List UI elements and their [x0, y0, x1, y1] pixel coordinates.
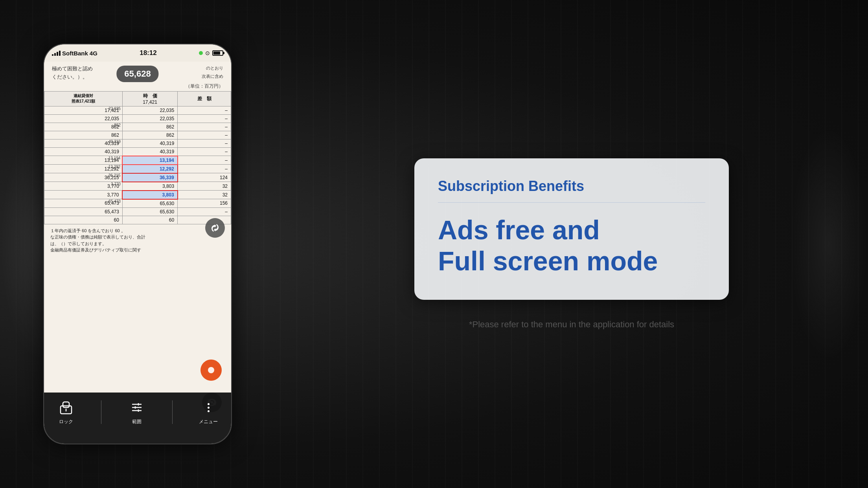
table-row: 40,319 40,319 40,319 –: [44, 139, 231, 147]
table-row: 65,473 65,473 65,630 156: [44, 199, 231, 208]
toolbar-menu-label: メニュー: [199, 418, 218, 425]
dot-3: [208, 410, 210, 412]
table-row: 3,770 3,770 3,803 32: [44, 182, 231, 191]
table-cell: 60: [122, 216, 177, 224]
card-main-line2: Full screen mode: [438, 246, 705, 276]
table-cell: 32: [178, 191, 231, 199]
table-cell: –: [178, 131, 231, 139]
table-cell: 862: [44, 131, 123, 139]
camera-icon: ⊙: [205, 50, 210, 56]
card-main-line1: Ads free and: [438, 215, 705, 245]
doc-header-line3: のとおり: [206, 65, 223, 73]
table-cell: –: [178, 207, 231, 216]
battery-fill: [213, 51, 220, 55]
signal-bar-3: [57, 52, 58, 56]
disclaimer-text: *Please refer to the menu in the applica…: [469, 319, 674, 330]
table-cell: 3,770: [44, 191, 123, 199]
table-cell: 156: [178, 199, 231, 208]
power-button[interactable]: [231, 123, 232, 162]
footnote-1: １年内の返済予 60 を含んでおり 60 。: [50, 227, 225, 234]
table-cell: 65,473: [44, 207, 123, 216]
table-cell: –: [178, 123, 231, 131]
table-cell: 65,473 65,473: [44, 199, 123, 208]
footnote-3: は、（）で示しております。: [50, 240, 225, 247]
card-title: Subscription Benefits: [438, 178, 705, 203]
table-row: 862 862 862 –: [44, 123, 231, 131]
three-dots: [208, 403, 210, 412]
table-cell: 40,319: [122, 147, 177, 156]
toolbar-divider-2: [172, 400, 173, 424]
table-cell: 862 862: [44, 123, 123, 131]
table-cell: –: [178, 139, 231, 147]
table-cell: 65,630: [122, 207, 177, 216]
table-row: 40,319 40,319 –: [44, 147, 231, 156]
table-cell: 32: [178, 182, 231, 191]
table-row: 3,770 3,803 32: [44, 191, 231, 199]
battery-area: ⊙: [199, 50, 223, 56]
financial-table: 連結貸借対照表17,421額 時 価17,421 差 額 22,035 17,4…: [44, 91, 231, 224]
status-time: 18:12: [140, 49, 156, 57]
toolbar-range[interactable]: 範囲: [128, 399, 145, 425]
carrier-name: SoftBank: [62, 50, 88, 57]
table-cell: –: [178, 114, 231, 123]
table-cell: 862: [122, 131, 177, 139]
table-row: 60 60: [44, 216, 231, 224]
toolbar-divider-1: [101, 400, 101, 424]
rotate-button[interactable]: [205, 218, 225, 238]
doc-header-line2: ください。）。: [52, 73, 88, 81]
footnote-4: 金融商品有価証券及びデリバティブ取引に関す: [50, 247, 225, 253]
table-cell: 22,035: [122, 106, 177, 114]
table-cell: –: [178, 106, 231, 114]
table-cell: 862: [122, 123, 177, 131]
toolbar-lock[interactable]: ロック: [57, 399, 75, 425]
status-bar: SoftBank 4G 18:12 ⊙: [44, 44, 231, 62]
table-cell: –: [178, 165, 231, 173]
toolbar-menu[interactable]: メニュー: [199, 399, 218, 425]
signal-bar-4: [59, 51, 61, 56]
table-header-col2: 時 価17,421: [122, 91, 177, 106]
highlighted-cell-3803: 3,803: [122, 191, 177, 199]
signal-bar-2: [54, 53, 56, 56]
subscription-card: Subscription Benefits Ads free and Full …: [414, 158, 729, 299]
table-cell: 65,630: [122, 199, 177, 208]
table-row: 36,215 36,215 36,339 124: [44, 173, 231, 182]
right-panel: Subscription Benefits Ads free and Full …: [275, 0, 868, 488]
table-cell: 124: [178, 173, 231, 182]
phone-screen: SoftBank 4G 18:12 ⊙ 65,628: [44, 44, 231, 444]
table-row: 12,292 12,292 12,292 –: [44, 165, 231, 173]
table-row: 65,473 65,630 –: [44, 207, 231, 216]
dot-2: [208, 407, 210, 409]
green-dot-icon: [199, 51, 203, 55]
table-header-col1: 連結貸借対照表17,421額: [44, 91, 123, 106]
highlighted-cell-12292: 12,292: [122, 165, 177, 173]
range-icon: [128, 399, 145, 416]
table-cell: –: [178, 156, 231, 165]
unit-label: （単位：百万円）: [44, 83, 231, 90]
phone-section: SoftBank 4G 18:12 ⊙ 65,628: [0, 0, 275, 488]
battery-icon: [212, 50, 223, 56]
highlighted-cell-36339: 36,339: [122, 173, 177, 182]
card-main-text: Ads free and Full screen mode: [438, 215, 705, 276]
table-cell: 40,319 40,319: [44, 139, 123, 147]
phone-frame: SoftBank 4G 18:12 ⊙ 65,628: [43, 44, 232, 444]
document-area: 極めて困難と認め のとおり ください。）。 次表に含め （単位：百万円） 連結貸…: [44, 62, 231, 393]
footnotes: １年内の返済予 60 を含んでおり 60 。 な正味の債権・債務は純額で表示して…: [44, 224, 231, 257]
table-cell: 22,035: [44, 114, 123, 123]
svg-rect-4: [63, 402, 69, 407]
record-button[interactable]: [200, 360, 222, 381]
highlighted-cell-13194: 13,194: [122, 156, 177, 165]
dot-1: [208, 403, 210, 405]
lock-icon: [57, 399, 75, 416]
table-cell: 40,319: [122, 139, 177, 147]
bottom-toolbar: ロック 範囲: [44, 393, 231, 444]
table-cell: 22,035 17,421: [44, 106, 123, 114]
toolbar-range-label: 範囲: [132, 418, 142, 425]
signal-icon: [52, 51, 61, 56]
table-cell: 36,215 36,215: [44, 173, 123, 182]
table-cell: 12,292 12,292: [44, 165, 123, 173]
table-cell: 22,035: [122, 114, 177, 123]
doc-header-line4: 次表に含め: [202, 73, 223, 81]
doc-header-line1: 極めて困難と認め: [52, 65, 93, 73]
carrier-info: SoftBank 4G: [52, 50, 97, 57]
table-row: 13,194 13,194 13,194 –: [44, 156, 231, 165]
